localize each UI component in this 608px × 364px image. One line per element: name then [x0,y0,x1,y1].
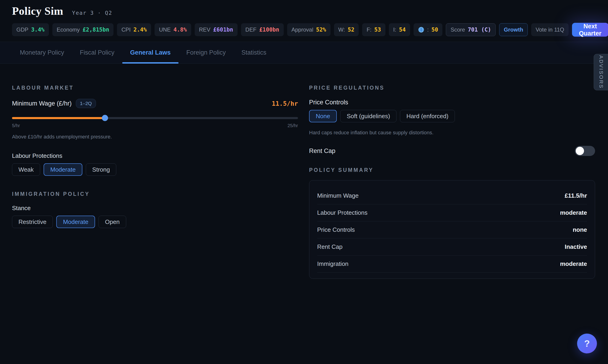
rent-cap-toggle[interactable] [575,146,595,156]
stance-label: Stance [12,205,31,212]
slider-fill [12,117,105,119]
price-controls-none-button[interactable]: None [309,110,337,122]
protections-strong-button[interactable]: Strong [86,163,116,176]
policy-tabs: Monetary Policy Fiscal Policy General La… [0,42,608,64]
advisors-side-tab[interactable]: ADVISORS [594,54,608,90]
game-period: Year 3 · Q2 [72,10,112,16]
stat-economy: Economy £2,815bn [52,23,114,36]
min-wage-slider[interactable] [12,115,298,121]
globe-icon [418,26,424,33]
price-controls-group: None Soft (guidelines) Hard (enforced) [309,110,595,122]
stance-open-button[interactable]: Open [98,216,126,228]
next-quarter-button[interactable]: Next Quarter [572,23,608,37]
tab-monetary-policy[interactable]: Monetary Policy [12,42,72,63]
app-title: Policy Sim [12,5,63,17]
price-regulations-section-title: PRICE REGULATIONS [309,85,595,91]
tab-foreign-policy[interactable]: Foreign Policy [179,42,234,63]
stat-workers: W: 52 [334,23,359,36]
labour-protections-label: Labour Protections [12,152,298,159]
policy-summary-section-title: POLICY SUMMARY [309,167,595,173]
toggle-knob [576,147,584,155]
slider-min-label: 5/hr [12,123,20,128]
stat-unemployment: UNE 4.8% [154,23,191,36]
summary-row-price-controls: Price Controls none [317,221,587,238]
stat-firms: F: 53 [362,23,385,36]
slider-max-label: 25/hr [287,123,298,128]
min-wage-lag-badge: 1–2Q [76,99,96,108]
rent-cap-label: Rent Cap [309,147,335,155]
stat-revenue: REV £601bn [195,23,237,36]
vote-countdown-badge: Vote in 11Q [531,23,568,36]
protections-weak-button[interactable]: Weak [12,163,40,176]
labour-protections-group: Weak Moderate Strong [12,163,298,176]
summary-row-immigration: Immigration moderate [317,256,587,273]
stat-approval: Approval 52% [287,23,331,36]
help-button[interactable]: ? [577,334,597,353]
stat-cpi: CPI 2.4% [117,23,151,36]
summary-row-labour-protections: Labour Protections moderate [317,204,587,221]
stats-bar: GDP 3.4% Economy £2,815bn CPI 2.4% UNE 4… [12,23,595,37]
tab-fiscal-policy[interactable]: Fiscal Policy [72,42,122,63]
stat-global: : 50 [414,23,443,36]
protections-moderate-button[interactable]: Moderate [44,163,82,176]
policy-summary-card: Minimum Wage £11.5/hr Labour Protections… [309,180,595,279]
stance-moderate-button[interactable]: Moderate [56,216,95,228]
tab-general-laws[interactable]: General Laws [122,42,179,63]
right-column: PRICE REGULATIONS Price Controls None So… [309,85,595,279]
stat-deficit: DEF £100bn [241,23,284,36]
summary-row-rent-cap: Rent Cap Inactive [317,238,587,256]
immigration-stance-group: Restrictive Moderate Open [12,216,298,228]
price-controls-hint: Hard caps reduce inflation but cause sup… [309,130,595,136]
tab-statistics[interactable]: Statistics [234,42,274,63]
stat-investors: I: 54 [389,23,410,36]
price-controls-hard-button[interactable]: Hard (enforced) [400,110,455,122]
price-controls-label: Price Controls [309,99,348,106]
slider-thumb[interactable] [102,115,108,121]
labour-market-section-title: LABOUR MARKET [12,85,298,91]
immigration-section-title: IMMIGRATION POLICY [12,191,298,197]
min-wage-label: Minimum Wage (£/hr) [12,100,72,107]
growth-phase-badge: Growth [499,23,528,36]
min-wage-value: 11.5/hr [272,100,298,107]
summary-row-minimum-wage: Minimum Wage £11.5/hr [317,187,587,204]
stat-gdp: GDP 3.4% [12,23,49,36]
stance-restrictive-button[interactable]: Restrictive [12,216,53,228]
min-wage-hint: Above £10/hr adds unemployment pressure. [12,134,298,140]
left-column: LABOUR MARKET Minimum Wage (£/hr) 1–2Q 1… [12,85,298,279]
price-controls-soft-button[interactable]: Soft (guidelines) [340,110,397,122]
header: Policy Sim Year 3 · Q2 GDP 3.4% Economy … [0,0,608,37]
stat-score: Score 701 (C) [446,23,496,36]
